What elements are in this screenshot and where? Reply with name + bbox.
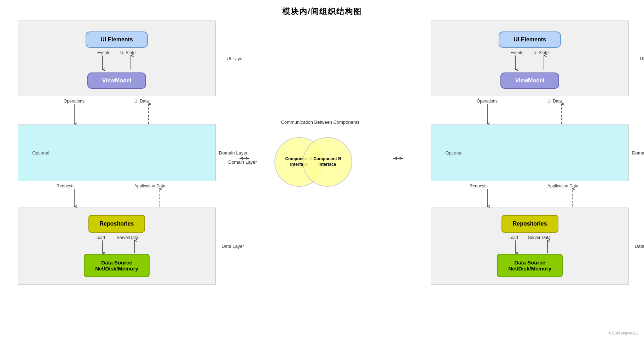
svg-text:Events: Events bbox=[510, 50, 523, 55]
left-diagram: UI Elements Events UI State bbox=[18, 21, 224, 285]
venn-container: Component A Interface Component B Interf… bbox=[267, 127, 373, 197]
svg-text:Application Data: Application Data bbox=[547, 183, 579, 188]
right-domain-layer-label: Domain Layer bbox=[632, 150, 644, 156]
right-ui-elements: UI Elements bbox=[499, 31, 561, 48]
left-ui-vm-arrows: Events UI State bbox=[78, 48, 156, 72]
right-diagram: UI Elements Events UI S bbox=[431, 21, 637, 285]
svg-text:UI Data: UI Data bbox=[547, 99, 562, 104]
right-ui-vm-arrows: Events UI State bbox=[491, 48, 569, 72]
venn-circle-b: Component B Interface bbox=[303, 137, 352, 187]
left-domain-layer-box: Optional bbox=[18, 124, 216, 181]
right-domain-data-arrows: Requests Application Data bbox=[431, 181, 629, 208]
svg-text:Operations: Operations bbox=[477, 99, 498, 104]
right-domain-data-svg: Requests Application Data bbox=[431, 181, 629, 208]
svg-text:Events: Events bbox=[97, 50, 110, 55]
left-optional-text: Optional bbox=[32, 150, 49, 156]
svg-text:Application Data: Application Data bbox=[134, 183, 166, 188]
left-viewmodel: ViewModel bbox=[87, 72, 146, 89]
svg-text:Requests: Requests bbox=[57, 183, 75, 188]
right-data-layer-box: Repositories Load Serve bbox=[431, 208, 629, 285]
left-repositories: Repositories bbox=[88, 215, 145, 233]
right-domain-layer-box: Optional bbox=[431, 124, 629, 181]
right-ui-layer-box: UI Elements Events UI S bbox=[431, 21, 629, 96]
left-datasource: Data Source Net/Disk/Memory bbox=[84, 254, 150, 277]
svg-text:Server Data: Server Data bbox=[528, 235, 551, 240]
right-datasource: Data Source Net/Disk/Memory bbox=[497, 254, 563, 277]
left-domain-data-arrows: Requests Application Data bbox=[18, 181, 216, 208]
center-left-arrow bbox=[239, 155, 250, 162]
footer-credit: CSDN @joye123 bbox=[609, 331, 639, 335]
page-title: 模块内/间组织结构图 bbox=[0, 0, 644, 21]
left-domain-data-svg: Requests Application Data bbox=[18, 181, 216, 208]
right-viewmodel: ViewModel bbox=[500, 72, 559, 89]
comm-label: Communication Between Components bbox=[281, 120, 360, 125]
right-optional-text: Optional bbox=[445, 150, 462, 156]
svg-text:Load: Load bbox=[509, 235, 518, 240]
component-b-label: Component B Interface bbox=[313, 156, 341, 167]
svg-text:UI Data: UI Data bbox=[134, 99, 149, 104]
left-ui-domain-svg: Operations UI Data bbox=[18, 96, 216, 124]
right-ui-layer-label: UI Layer bbox=[640, 56, 644, 61]
right-repositories: Repositories bbox=[501, 215, 558, 233]
right-repo-ds-arrows: Load Server Data bbox=[491, 233, 569, 254]
center-section: Communication Between Components Domain … bbox=[224, 21, 417, 197]
left-ui-domain-arrows: Operations UI Data bbox=[18, 96, 216, 124]
left-data-layer-label: Data Layer bbox=[221, 244, 244, 249]
center-right-arrow bbox=[393, 155, 404, 162]
left-data-layer-box: Repositories Load bbox=[18, 208, 216, 285]
svg-text:Operations: Operations bbox=[64, 99, 85, 104]
svg-text:Requests: Requests bbox=[470, 183, 488, 188]
right-ui-domain-arrows: Operations UI Data bbox=[431, 96, 629, 124]
left-ui-layer-box: UI Elements Events UI State bbox=[18, 21, 216, 96]
svg-text:UI State: UI State bbox=[533, 50, 549, 55]
svg-text:UI State: UI State bbox=[120, 50, 136, 55]
left-repo-ds-arrows: Load ServerData bbox=[78, 233, 156, 254]
left-ui-elements: UI Elements bbox=[86, 31, 148, 48]
svg-text:Load: Load bbox=[95, 235, 105, 240]
right-ui-domain-svg: Operations UI Data bbox=[431, 96, 629, 124]
svg-text:ServerData: ServerData bbox=[117, 235, 138, 240]
right-data-layer-label: Data Layer bbox=[635, 244, 644, 249]
